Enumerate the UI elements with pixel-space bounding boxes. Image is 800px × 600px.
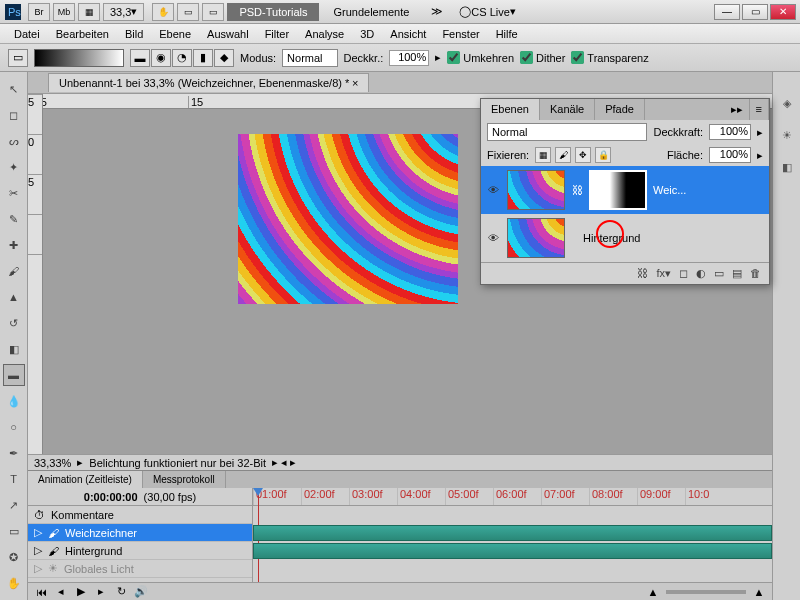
lock-position-button[interactable]: ✥ bbox=[575, 147, 591, 163]
masks-icon[interactable]: ◧ bbox=[776, 156, 798, 178]
expand-icon[interactable]: ▷ bbox=[34, 544, 42, 557]
clip-bar[interactable] bbox=[253, 543, 772, 559]
gradient-reflected-button[interactable]: ▮ bbox=[193, 49, 213, 67]
reverse-checkbox[interactable]: Umkehren bbox=[447, 51, 514, 64]
zoom-slider[interactable] bbox=[666, 590, 746, 594]
move-tool-icon[interactable]: ↖ bbox=[3, 78, 25, 100]
history-brush-icon[interactable]: ↺ bbox=[3, 312, 25, 334]
menu-bild[interactable]: Bild bbox=[117, 28, 151, 40]
play-button[interactable]: ▶ bbox=[74, 586, 88, 598]
status-arrows-icon[interactable]: ▸ ◂ ▸ bbox=[272, 456, 296, 469]
link-layers-button[interactable]: ⛓ bbox=[637, 267, 648, 280]
arrange-button[interactable]: ▭ bbox=[177, 3, 199, 21]
mask-thumbnail[interactable] bbox=[589, 170, 647, 210]
minimize-button[interactable]: — bbox=[714, 4, 740, 20]
adjustments-icon[interactable]: ☀ bbox=[776, 124, 798, 146]
fill-flyout-icon[interactable]: ▸ bbox=[757, 149, 763, 162]
add-mask-button[interactable]: ◻ bbox=[679, 267, 688, 280]
layer-opacity-field[interactable]: 100% bbox=[709, 124, 751, 140]
pen-tool-icon[interactable]: ✒ bbox=[3, 442, 25, 464]
menu-bearbeiten[interactable]: Bearbeiten bbox=[48, 28, 117, 40]
menu-3d[interactable]: 3D bbox=[352, 28, 382, 40]
gradient-tool-icon[interactable]: ▬ bbox=[3, 364, 25, 386]
layer-row[interactable]: 👁 ⛓ Weic... bbox=[481, 166, 769, 214]
status-flyout-icon[interactable]: ▸ bbox=[77, 456, 83, 469]
fill-field[interactable]: 100% bbox=[709, 147, 751, 163]
opacity-field[interactable]: 100% bbox=[389, 50, 429, 66]
gradient-linear-button[interactable]: ▬ bbox=[130, 49, 150, 67]
eraser-tool-icon[interactable]: ◧ bbox=[3, 338, 25, 360]
minibridge-button[interactable]: Mb bbox=[53, 3, 75, 21]
menu-hilfe[interactable]: Hilfe bbox=[488, 28, 526, 40]
layer-name[interactable]: Weic... bbox=[653, 184, 686, 196]
tab-close-icon[interactable]: × bbox=[352, 77, 358, 89]
opacity-flyout-icon[interactable]: ▸ bbox=[435, 51, 441, 64]
panel-collapse-icon[interactable]: ▸▸ bbox=[725, 99, 750, 120]
delete-layer-button[interactable]: 🗑 bbox=[750, 267, 761, 280]
rewind-button[interactable]: ⏮ bbox=[34, 586, 48, 598]
link-icon[interactable]: ⛓ bbox=[571, 184, 583, 196]
cslive-button[interactable]: ◯ CS Live ▾ bbox=[459, 5, 516, 18]
expand-icon[interactable]: ▷ bbox=[34, 562, 42, 575]
transparency-checkbox[interactable]: Transparenz bbox=[571, 51, 648, 64]
view-button[interactable]: ▦ bbox=[78, 3, 100, 21]
workspace-tab-active[interactable]: PSD-Tutorials bbox=[227, 3, 319, 21]
menu-ebene[interactable]: Ebene bbox=[151, 28, 199, 40]
opacity-flyout-icon[interactable]: ▸ bbox=[757, 126, 763, 139]
menu-fenster[interactable]: Fenster bbox=[434, 28, 487, 40]
hand-tool-icon[interactable]: ✋ bbox=[3, 572, 25, 594]
tab-kanaele[interactable]: Kanäle bbox=[540, 99, 595, 120]
layer-thumbnail[interactable] bbox=[507, 218, 565, 258]
prevframe-button[interactable]: ◂ bbox=[54, 586, 68, 598]
hand-button[interactable]: ✋ bbox=[152, 3, 174, 21]
new-group-button[interactable]: ▭ bbox=[714, 267, 724, 280]
zoom-slider-min-icon[interactable]: ▲ bbox=[646, 586, 660, 598]
animation-tab-measurement[interactable]: Messprotokoll bbox=[143, 471, 226, 488]
visibility-toggle-icon[interactable]: 👁 bbox=[485, 184, 501, 196]
document-tab[interactable]: Unbenannt-1 bei 33,3% (Weichzeichner, Eb… bbox=[48, 73, 369, 92]
tool-preset-button[interactable]: ▭ bbox=[8, 49, 28, 67]
lasso-tool-icon[interactable]: ᔕ bbox=[3, 130, 25, 152]
layer-thumbnail[interactable] bbox=[507, 170, 565, 210]
maximize-button[interactable]: ▭ bbox=[742, 4, 768, 20]
heal-tool-icon[interactable]: ✚ bbox=[3, 234, 25, 256]
screen-button[interactable]: ▭ bbox=[202, 3, 224, 21]
3d-tool-icon[interactable]: ✪ bbox=[3, 546, 25, 568]
path-tool-icon[interactable]: ↗ bbox=[3, 494, 25, 516]
blend-mode-dropdown[interactable]: Normal bbox=[487, 123, 647, 141]
lock-transparency-button[interactable]: ▦ bbox=[535, 147, 551, 163]
menu-analyse[interactable]: Analyse bbox=[297, 28, 352, 40]
menu-auswahl[interactable]: Auswahl bbox=[199, 28, 257, 40]
workspace-tab[interactable]: Grundelemente bbox=[321, 3, 421, 21]
timeline-lanes[interactable]: 01:00f02:00f03:00f04:00f05:00f06:00f07:0… bbox=[253, 488, 772, 582]
tab-pfade[interactable]: Pfade bbox=[595, 99, 645, 120]
track-comments[interactable]: ⏱Kommentare bbox=[28, 506, 252, 524]
canvas[interactable] bbox=[238, 134, 458, 304]
expand-icon[interactable]: ▷ bbox=[34, 526, 42, 539]
brush-tool-icon[interactable]: 🖌 bbox=[3, 260, 25, 282]
mode-dropdown[interactable]: Normal bbox=[282, 49, 337, 67]
layer-row[interactable]: 👁 Hintergrund bbox=[481, 214, 769, 262]
track-global-light[interactable]: ▷☀Globales Licht bbox=[28, 560, 252, 578]
stamp-tool-icon[interactable]: ▲ bbox=[3, 286, 25, 308]
visibility-toggle-icon[interactable]: 👁 bbox=[485, 232, 501, 244]
new-layer-button[interactable]: ▤ bbox=[732, 267, 742, 280]
wand-tool-icon[interactable]: ✦ bbox=[3, 156, 25, 178]
more-workspaces-icon[interactable]: ≫ bbox=[431, 5, 443, 18]
layer-fx-button[interactable]: fx▾ bbox=[656, 267, 671, 280]
track-weichzeichner[interactable]: ▷🖌Weichzeichner bbox=[28, 524, 252, 542]
gradient-picker[interactable] bbox=[34, 49, 124, 67]
lock-pixels-button[interactable]: 🖌 bbox=[555, 147, 571, 163]
dodge-tool-icon[interactable]: ○ bbox=[3, 416, 25, 438]
status-zoom[interactable]: 33,33% bbox=[34, 457, 71, 469]
animation-tab-timeline[interactable]: Animation (Zeitleiste) bbox=[28, 471, 143, 488]
menu-filter[interactable]: Filter bbox=[257, 28, 297, 40]
layers-panel[interactable]: Ebenen Kanäle Pfade ▸▸ ≡ Normal Deckkraf… bbox=[480, 98, 770, 285]
swatches-icon[interactable]: ◈ bbox=[776, 92, 798, 114]
loop-button[interactable]: ↻ bbox=[114, 586, 128, 598]
gradient-angle-button[interactable]: ◔ bbox=[172, 49, 192, 67]
audio-button[interactable]: 🔊 bbox=[134, 586, 148, 598]
dither-checkbox[interactable]: Dither bbox=[520, 51, 565, 64]
close-button[interactable]: ✕ bbox=[770, 4, 796, 20]
bridge-button[interactable]: Br bbox=[28, 3, 50, 21]
